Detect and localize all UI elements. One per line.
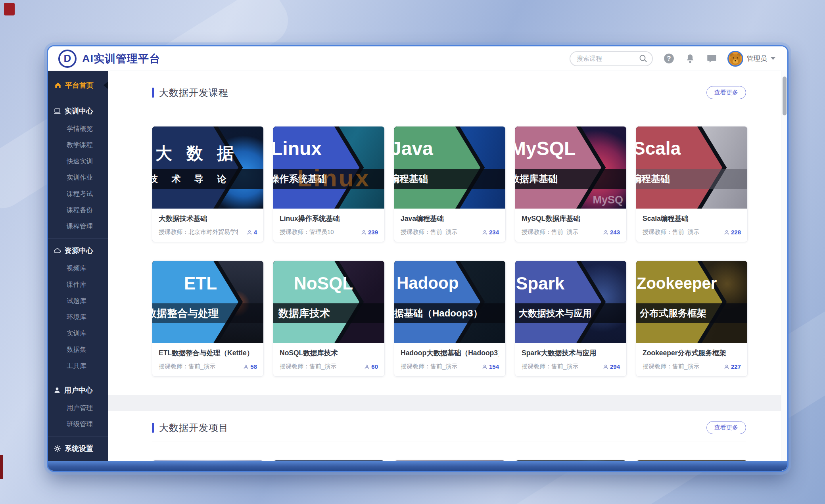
sidebar-item[interactable]: 快速实训 [48, 153, 108, 169]
sidebar-item-label: 平台首页 [65, 80, 94, 90]
course-card[interactable]: Scala 编程基础 Scala编程基础 授课教师：售前_演示 228 [636, 126, 748, 242]
course-card[interactable]: NoSQL 数据库技术 NoSQL数据库技术 授课教师：售前_演示 60 [273, 261, 385, 377]
course-teacher: 授课教师：售前_演示 [159, 363, 215, 370]
sidebar-item[interactable]: 教学课程 [48, 137, 108, 153]
sidebar-group-settings[interactable]: 系统设置 [48, 439, 108, 458]
user-menu[interactable]: 管理员 [727, 51, 775, 67]
section-title: 大数据开发课程 [159, 86, 228, 99]
cover-subtitle: 编程基础 [636, 169, 670, 189]
search-icon[interactable] [639, 54, 648, 63]
student-count: 239 [368, 229, 378, 236]
sidebar-item[interactable]: 数据集 [48, 341, 108, 358]
course-card-row: ETL 数据整合与处理 ETL数据整合与处理（Kettle） 授课教师：售前_演… [152, 261, 746, 377]
sidebar-item[interactable]: 班级管理 [48, 416, 108, 432]
monitor-icon [54, 107, 61, 115]
message-icon[interactable] [706, 53, 717, 64]
course-card[interactable]: Zookeeper 分布式服务框架 Zookeeper分布式服务框架 授课教师：… [636, 261, 748, 377]
sidebar-item[interactable]: 实训库 [48, 325, 108, 341]
course-teacher: 授课教师：管理员10 [280, 228, 334, 236]
person-icon [482, 230, 487, 235]
sidebar-item[interactable]: 用户管理 [48, 400, 108, 416]
sidebar-item[interactable]: 视频库 [48, 260, 108, 276]
view-more-button[interactable]: 查看更多 [706, 86, 746, 99]
student-count: 294 [610, 363, 620, 370]
scrollbar-thumb[interactable] [783, 77, 787, 115]
user-name: 管理员 [747, 54, 767, 63]
student-count: 60 [371, 363, 378, 370]
course-card[interactable]: Spark 大数据技术与应用 Spark大数据技术与应用 授课教师：售前_演示 … [515, 261, 627, 377]
course-card-row: 大 数 据 技 术 导 论 大数据技术基础 授课教师：北京市对外贸易学校教...… [152, 126, 746, 242]
course-cover: Spark 大数据技术与应用 [515, 261, 626, 343]
sidebar-item[interactable]: 课程备份 [48, 202, 108, 218]
course-title: Java编程基础 [401, 214, 499, 223]
course-teacher: 授课教师：售前_演示 [280, 363, 336, 370]
sidebar-group-label: 系统设置 [65, 444, 93, 453]
sidebar-item[interactable]: 课程考试 [48, 186, 108, 202]
desktop-corner-decoration [4, 3, 15, 15]
cover-subtitle: 编程基础 [394, 169, 428, 189]
cover-subtitle: 分布式服务框架 [640, 303, 706, 323]
course-teacher: 授课教师：售前_演示 [643, 228, 699, 236]
divider [152, 441, 746, 441]
person-icon [247, 230, 252, 235]
scrollbar-track[interactable] [781, 71, 787, 472]
sidebar-group-resources[interactable]: 资源中心 [48, 241, 108, 260]
sidebar-group-label: 用户中心 [64, 385, 93, 395]
user-icon [54, 387, 61, 394]
divider [48, 99, 108, 99]
sidebar-item[interactable]: 课件库 [48, 276, 108, 293]
app-header: D AI实训管理平台 ? 管理员 [48, 46, 787, 71]
student-count: 234 [489, 229, 499, 236]
student-count: 154 [489, 363, 499, 370]
help-icon[interactable]: ? [663, 53, 674, 64]
course-cover: Java 编程基础 [394, 126, 505, 209]
course-cover: Zookeeper 分布式服务框架 [636, 261, 747, 343]
sidebar-group-training[interactable]: 实训中心 [48, 102, 108, 121]
app-title: AI实训管理平台 [82, 52, 160, 66]
sidebar-item[interactable]: 学情概览 [48, 121, 108, 137]
view-more-button[interactable]: 查看更多 [706, 421, 746, 434]
course-title: MySQL数据库基础 [522, 214, 620, 223]
student-count: 243 [610, 229, 620, 236]
course-card[interactable]: 大 数 据 技 术 导 论 大数据技术基础 授课教师：北京市对外贸易学校教...… [152, 126, 264, 242]
cover-chevron [636, 261, 747, 343]
bell-icon[interactable] [685, 53, 696, 64]
sidebar-item[interactable]: 课程管理 [48, 218, 108, 234]
divider [48, 238, 108, 239]
course-card[interactable]: Java 编程基础 Java编程基础 授课教师：售前_演示 234 [394, 126, 506, 242]
sidebar-item[interactable]: 实训作业 [48, 169, 108, 186]
course-title: Hadoop大数据基础（Hadoop3） [401, 348, 499, 358]
cover-subtitle: 数据整合与处理 [152, 303, 219, 323]
course-card[interactable]: MySQ MySQL 数据库基础 MySQL数据库基础 授课教师：售前_演示 2… [515, 126, 627, 242]
course-cover: MySQ MySQL 数据库基础 [515, 126, 626, 209]
student-count: 227 [731, 363, 741, 370]
sidebar-item[interactable]: 试题库 [48, 293, 108, 309]
cover-watermark: MySQ [593, 194, 623, 206]
course-card[interactable]: Linux Linux 操作系统基础 Linux操作系统基础 授课教师：管理员1… [273, 126, 385, 242]
cover-title: Hadoop [397, 274, 459, 293]
sidebar-item[interactable]: 工具库 [48, 358, 108, 374]
cover-title: Spark [516, 274, 564, 293]
cloud-icon [54, 247, 61, 255]
person-icon [364, 364, 370, 370]
course-card[interactable]: Hadoop 大数据基础（Hadoop3） Hadoop大数据基础（Hadoop… [394, 261, 506, 377]
cover-subtitle: 大数据技术与应用 [519, 303, 592, 323]
cover-subtitle: 技 术 导 论 [152, 169, 232, 189]
sidebar-item-home[interactable]: 平台首页 [48, 76, 108, 95]
course-card[interactable]: ETL 数据整合与处理 ETL数据整合与处理（Kettle） 授课教师：售前_演… [152, 261, 264, 377]
main-content: 大数据开发课程 查看更多 大 数 据 技 术 导 论 [108, 71, 787, 472]
person-icon [724, 230, 729, 235]
person-icon [482, 364, 487, 370]
avatar[interactable] [727, 51, 743, 67]
sidebar-group-users[interactable]: 用户中心 [48, 381, 108, 400]
cover-title: Java [394, 138, 433, 159]
app-logo-icon: D [58, 50, 77, 68]
svg-text:?: ? [667, 55, 671, 62]
search-box[interactable] [570, 51, 653, 66]
course-teacher: 授课教师：售前_演示 [522, 228, 578, 236]
home-icon [54, 82, 61, 89]
sidebar-item[interactable]: 环境库 [48, 309, 108, 325]
person-icon [603, 230, 608, 235]
course-title: Zookeeper分布式服务框架 [643, 348, 741, 358]
divider [48, 436, 108, 437]
